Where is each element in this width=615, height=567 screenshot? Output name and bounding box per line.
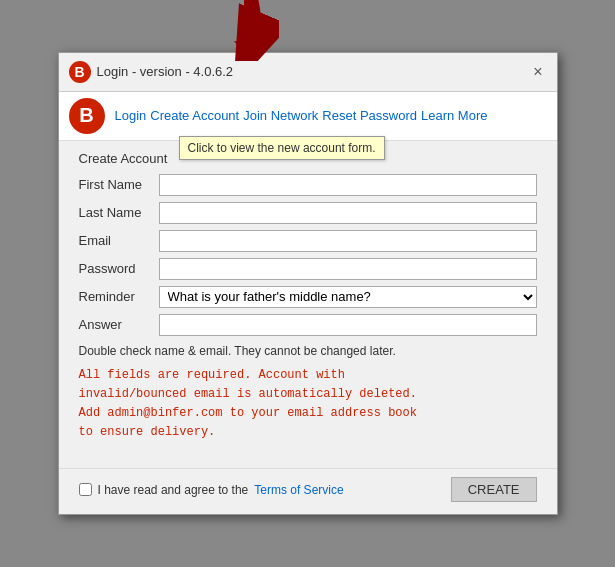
first-name-input[interactable] — [159, 174, 537, 196]
form-area: Create Account First Name Last Name Emai… — [59, 141, 557, 469]
tos-label: I have read and agree to the — [98, 483, 249, 497]
arrow-icon — [219, 0, 279, 61]
last-name-label: Last Name — [79, 205, 159, 220]
title-bar: B Login - version - 4.0.6.2 × — [59, 53, 557, 92]
first-name-row: First Name — [79, 174, 537, 196]
first-name-label: First Name — [79, 177, 159, 192]
email-input[interactable] — [159, 230, 537, 252]
password-row: Password — [79, 258, 537, 280]
app-icon: B — [69, 61, 91, 83]
reminder-select[interactable]: What is your father's middle name? What … — [159, 286, 537, 308]
svg-marker-1 — [234, 0, 264, 61]
footer: I have read and agree to the Terms of Se… — [59, 468, 557, 514]
last-name-input[interactable] — [159, 202, 537, 224]
warning-line1: All fields are required. Account with — [79, 368, 345, 382]
nav-join-network[interactable]: Join Network — [243, 108, 318, 123]
answer-row: Answer — [79, 314, 537, 336]
nav-reset-password[interactable]: Reset Password — [322, 108, 417, 123]
nav-logo: B — [69, 98, 105, 134]
email-label: Email — [79, 233, 159, 248]
answer-label: Answer — [79, 317, 159, 332]
warning-text: All fields are required. Account with in… — [79, 366, 537, 443]
password-input[interactable] — [159, 258, 537, 280]
nav-bar: B Login Create Account Join Network Rese… — [59, 92, 557, 141]
reminder-label: Reminder — [79, 289, 159, 304]
nav-logo-letter: B — [79, 104, 93, 127]
password-label: Password — [79, 261, 159, 276]
last-name-row: Last Name — [79, 202, 537, 224]
email-row: Email — [79, 230, 537, 252]
notice-text: Double check name & email. They cannot b… — [79, 344, 537, 358]
main-window: B Login - version - 4.0.6.2 × B Login Cr… — [58, 52, 558, 516]
app-icon-letter: B — [74, 64, 84, 80]
warning-line4: to ensure delivery. — [79, 425, 216, 439]
title-bar-left: B Login - version - 4.0.6.2 — [69, 61, 234, 83]
reminder-row: Reminder What is your father's middle na… — [79, 286, 537, 308]
answer-input[interactable] — [159, 314, 537, 336]
nav-learn-more[interactable]: Learn More — [421, 108, 487, 123]
nav-login[interactable]: Login — [115, 108, 147, 123]
close-button[interactable]: × — [529, 62, 546, 82]
tos-link[interactable]: Terms of Service — [254, 483, 343, 497]
create-button[interactable]: CREATE — [451, 477, 537, 502]
window-title: Login - version - 4.0.6.2 — [97, 64, 234, 79]
warning-line3: Add admin@binfer.com to your email addre… — [79, 406, 417, 420]
warning-line2: invalid/bounced email is automatically d… — [79, 387, 417, 401]
nav-create-account[interactable]: Create Account — [150, 108, 239, 123]
tos-checkbox[interactable] — [79, 483, 92, 496]
tooltip: Click to view the new account form. — [179, 136, 385, 160]
